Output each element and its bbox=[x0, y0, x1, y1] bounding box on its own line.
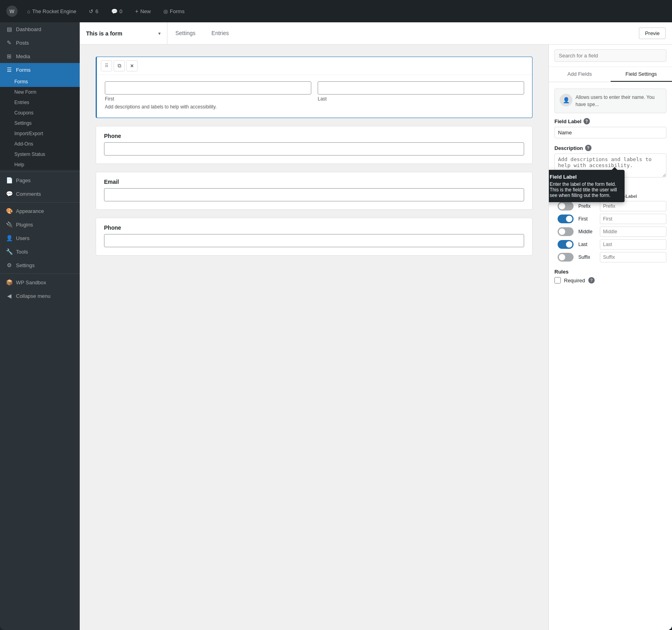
sidebar-item-system-status[interactable]: System Status bbox=[0, 149, 80, 159]
description-hint-icon[interactable]: ? bbox=[585, 145, 591, 151]
last-toggle-slider: ✓ bbox=[558, 240, 574, 249]
comment-count: 0 bbox=[120, 8, 122, 14]
wp-logo[interactable]: W bbox=[6, 6, 18, 17]
sidebar-item-media[interactable]: ⊞ Media bbox=[0, 49, 80, 63]
sidebar-wp-sandbox-label: WP Sandbox bbox=[16, 280, 46, 285]
sidebar-item-settings[interactable]: Settings bbox=[0, 118, 80, 128]
comments-link[interactable]: 💬 0 bbox=[108, 7, 126, 16]
middle-toggle-slider: × bbox=[558, 227, 574, 236]
sidebar-item-new-form[interactable]: New Form bbox=[0, 87, 80, 97]
suffix-toggle-slider: × bbox=[558, 253, 574, 262]
sidebar-media-label: Media bbox=[16, 53, 30, 59]
sidebar-forms-label: Forms bbox=[16, 67, 31, 73]
house-icon: ⌂ bbox=[27, 8, 30, 14]
middle-custom-label-input[interactable] bbox=[600, 226, 666, 237]
forms-submenu: Forms New Form Entries Coupons Settings … bbox=[0, 77, 80, 170]
delete-button[interactable]: × bbox=[126, 60, 138, 71]
middle-toggle[interactable]: × bbox=[558, 227, 574, 236]
sidebar-item-settings-main[interactable]: ⚙ Settings bbox=[0, 258, 80, 272]
search-input[interactable] bbox=[554, 49, 666, 62]
sidebar-item-forms[interactable]: ☰ Forms bbox=[0, 63, 80, 77]
sidebar-item-tools[interactable]: 🔧 Tools bbox=[0, 245, 80, 258]
sidebar-item-comments[interactable]: 💬 Comments bbox=[0, 187, 80, 201]
preview-button[interactable]: Previe bbox=[639, 28, 666, 39]
email-input[interactable] bbox=[104, 188, 524, 201]
sidebar-help-label: Help bbox=[14, 162, 24, 167]
right-panel-body: 👤 Allows users to enter their name. You … bbox=[549, 82, 672, 630]
sidebar-item-dashboard[interactable]: ▤ Dashboard bbox=[0, 22, 80, 36]
sidebar-users-label: Users bbox=[16, 235, 29, 241]
media-icon: ⊞ bbox=[6, 53, 13, 60]
site-name: The Rocket Engine bbox=[32, 8, 77, 14]
required-label: Required bbox=[564, 278, 585, 284]
last-custom-label-input[interactable] bbox=[600, 239, 666, 250]
prefix-toggle[interactable]: × bbox=[558, 202, 574, 211]
required-hint-icon[interactable]: ? bbox=[588, 277, 595, 284]
description-label: Description ? bbox=[554, 145, 666, 151]
first-check-icon: ✓ bbox=[569, 217, 572, 221]
middle-row: × Middle bbox=[554, 226, 666, 237]
phone-input-1[interactable] bbox=[104, 142, 524, 156]
site-name-link[interactable]: ⌂ The Rocket Engine bbox=[24, 7, 79, 16]
last-input-container bbox=[600, 239, 666, 250]
sidebar-item-plugins[interactable]: 🔌 Plugins bbox=[0, 218, 80, 231]
tooltip-body: Enter the label of the form field. This … bbox=[550, 181, 617, 198]
phone-field-block-1: Phone bbox=[96, 126, 532, 164]
tab-add-fields[interactable]: Add Fields bbox=[549, 67, 611, 82]
new-label: New bbox=[140, 8, 151, 14]
sidebar-settings-label: Settings bbox=[14, 120, 31, 126]
duplicate-button[interactable]: ⧉ bbox=[114, 60, 125, 71]
last-toggle-container: ✓ bbox=[554, 240, 577, 249]
sidebar-item-users[interactable]: 👤 Users bbox=[0, 231, 80, 245]
field-label-hint-icon[interactable]: ? bbox=[584, 118, 590, 124]
tab-field-settings[interactable]: Field Settings bbox=[611, 67, 672, 82]
form-selector[interactable]: This is a form ▾ bbox=[80, 22, 167, 44]
prefix-custom-label-input[interactable] bbox=[600, 201, 666, 211]
forms-admin-link[interactable]: ◎ Forms bbox=[160, 7, 188, 16]
sidebar-item-forms-main[interactable]: Forms bbox=[0, 77, 80, 87]
first-toggle[interactable]: ✓ bbox=[558, 215, 574, 223]
sidebar-item-entries[interactable]: Entries bbox=[0, 97, 80, 108]
tab-settings[interactable]: Settings bbox=[167, 22, 204, 44]
appearance-icon: 🎨 bbox=[6, 207, 13, 215]
prefix-row: × Prefix bbox=[554, 201, 666, 211]
suffix-input-container bbox=[600, 252, 666, 262]
suffix-custom-label-input[interactable] bbox=[600, 252, 666, 262]
updates-link[interactable]: ↺ 6 bbox=[86, 7, 101, 16]
field-label-input[interactable] bbox=[554, 127, 666, 138]
sidebar-item-collapse[interactable]: ◀ Collapse menu bbox=[0, 289, 80, 303]
sidebar-item-pages[interactable]: 📄 Pages bbox=[0, 173, 80, 187]
last-name-input[interactable] bbox=[318, 81, 524, 94]
last-toggle[interactable]: ✓ bbox=[558, 240, 574, 249]
first-field-name: First bbox=[578, 216, 598, 222]
last-name-field: Last bbox=[318, 81, 524, 102]
first-custom-label-input[interactable] bbox=[600, 214, 666, 224]
tab-entries[interactable]: Entries bbox=[204, 22, 237, 44]
first-name-input[interactable] bbox=[105, 81, 311, 94]
drag-handle[interactable]: ⠿ bbox=[101, 60, 112, 71]
required-checkbox[interactable] bbox=[554, 277, 561, 284]
updates-icon: ↺ bbox=[89, 8, 93, 14]
new-link[interactable]: + New bbox=[132, 6, 154, 16]
forms-icon-admin: ◎ bbox=[163, 8, 168, 14]
sidebar-item-coupons[interactable]: Coupons bbox=[0, 108, 80, 118]
name-field-info-card: 👤 Allows users to enter their name. You … bbox=[554, 89, 666, 113]
wp-sandbox-icon: 📦 bbox=[6, 279, 13, 286]
prefix-x-icon: × bbox=[559, 204, 562, 209]
chevron-down-icon: ▾ bbox=[158, 31, 161, 36]
sidebar-item-posts[interactable]: ✎ Posts bbox=[0, 36, 80, 49]
sidebar-item-import-export[interactable]: Import/Export bbox=[0, 128, 80, 139]
sidebar-item-appearance[interactable]: 🎨 Appearance bbox=[0, 204, 80, 218]
suffix-toggle[interactable]: × bbox=[558, 253, 574, 262]
sidebar-item-add-ons[interactable]: Add-Ons bbox=[0, 139, 80, 149]
sidebar-item-wp-sandbox[interactable]: 📦 WP Sandbox bbox=[0, 276, 80, 289]
phone-input-2[interactable] bbox=[104, 234, 524, 247]
name-card-description: Allows users to enter their name. You ha… bbox=[576, 94, 661, 108]
required-row: Required ? bbox=[554, 277, 666, 284]
sidebar-pages-label: Pages bbox=[16, 177, 31, 183]
field-toolbar: ⠿ ⧉ × bbox=[97, 57, 532, 75]
sidebar-item-help[interactable]: Help bbox=[0, 159, 80, 170]
sidebar-entries-label: Entries bbox=[14, 100, 29, 105]
update-count: 6 bbox=[95, 8, 98, 14]
sidebar-forms-main-label: Forms bbox=[14, 79, 28, 85]
